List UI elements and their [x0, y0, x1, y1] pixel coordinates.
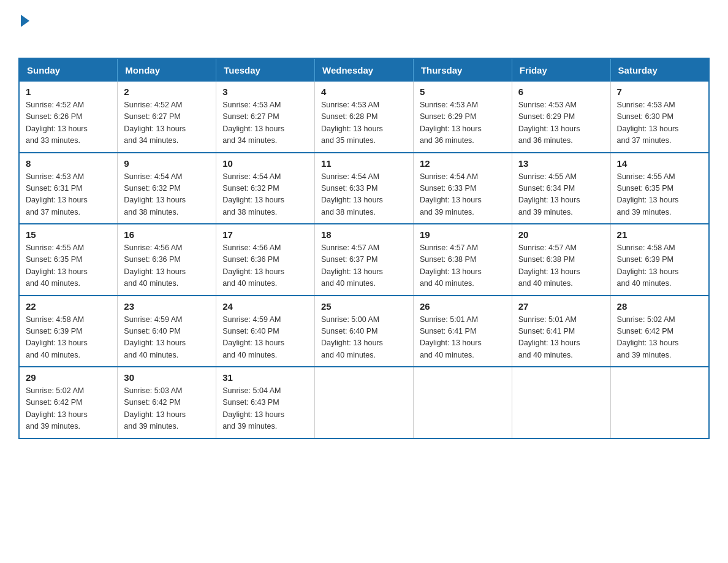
- header-thursday: Thursday: [413, 58, 512, 82]
- day-number: 25: [321, 301, 407, 312]
- day-info: Sunrise: 4:56 AM Sunset: 6:36 PM Dayligh…: [222, 242, 308, 290]
- day-number: 23: [124, 301, 210, 312]
- calendar-cell: 21 Sunrise: 4:58 AM Sunset: 6:39 PM Dayl…: [610, 224, 709, 296]
- calendar-week-row: 15 Sunrise: 4:55 AM Sunset: 6:35 PM Dayl…: [19, 224, 709, 296]
- calendar-cell: [512, 367, 610, 439]
- calendar-week-row: 29 Sunrise: 5:02 AM Sunset: 6:42 PM Dayl…: [19, 367, 709, 439]
- day-info: Sunrise: 4:58 AM Sunset: 6:39 PM Dayligh…: [617, 242, 702, 290]
- day-number: 5: [420, 86, 506, 97]
- day-number: 26: [420, 301, 506, 312]
- day-number: 27: [518, 301, 604, 312]
- day-number: 10: [222, 158, 308, 169]
- day-info: Sunrise: 4:54 AM Sunset: 6:33 PM Dayligh…: [420, 171, 506, 219]
- day-info: Sunrise: 4:53 AM Sunset: 6:29 PM Dayligh…: [518, 99, 604, 147]
- day-number: 22: [26, 301, 111, 312]
- day-info: Sunrise: 5:02 AM Sunset: 6:42 PM Dayligh…: [26, 385, 111, 433]
- calendar-cell: 14 Sunrise: 4:55 AM Sunset: 6:35 PM Dayl…: [610, 153, 709, 224]
- day-info: Sunrise: 4:59 AM Sunset: 6:40 PM Dayligh…: [124, 314, 210, 362]
- calendar-cell: 11 Sunrise: 4:54 AM Sunset: 6:33 PM Dayl…: [315, 153, 414, 224]
- day-info: Sunrise: 4:53 AM Sunset: 6:27 PM Dayligh…: [222, 99, 308, 147]
- day-number: 19: [420, 229, 506, 240]
- day-info: Sunrise: 4:55 AM Sunset: 6:35 PM Dayligh…: [26, 242, 111, 290]
- day-number: 13: [518, 158, 604, 169]
- day-number: 3: [222, 86, 308, 97]
- day-number: 11: [321, 158, 407, 169]
- day-info: Sunrise: 4:58 AM Sunset: 6:39 PM Dayligh…: [26, 314, 111, 362]
- calendar-cell: 23 Sunrise: 4:59 AM Sunset: 6:40 PM Dayl…: [118, 296, 216, 367]
- day-info: Sunrise: 4:52 AM Sunset: 6:27 PM Dayligh…: [124, 99, 210, 147]
- day-info: Sunrise: 5:01 AM Sunset: 6:41 PM Dayligh…: [420, 314, 506, 362]
- day-info: Sunrise: 4:59 AM Sunset: 6:40 PM Dayligh…: [222, 314, 308, 362]
- day-info: Sunrise: 4:54 AM Sunset: 6:33 PM Dayligh…: [321, 171, 407, 219]
- day-number: 12: [420, 158, 506, 169]
- calendar-cell: 19 Sunrise: 4:57 AM Sunset: 6:38 PM Dayl…: [413, 224, 512, 296]
- calendar-cell: 26 Sunrise: 5:01 AM Sunset: 6:41 PM Dayl…: [413, 296, 512, 367]
- calendar-cell: 27 Sunrise: 5:01 AM Sunset: 6:41 PM Dayl…: [512, 296, 610, 367]
- day-number: 31: [222, 372, 308, 383]
- day-info: Sunrise: 4:54 AM Sunset: 6:32 PM Dayligh…: [222, 171, 308, 219]
- day-info: Sunrise: 4:56 AM Sunset: 6:36 PM Dayligh…: [124, 242, 210, 290]
- day-number: 29: [26, 372, 111, 383]
- calendar-cell: 12 Sunrise: 4:54 AM Sunset: 6:33 PM Dayl…: [413, 153, 512, 224]
- calendar-cell: 18 Sunrise: 4:57 AM Sunset: 6:37 PM Dayl…: [315, 224, 414, 296]
- day-number: 21: [617, 229, 702, 240]
- calendar-header-row: SundayMondayTuesdayWednesdayThursdayFrid…: [19, 58, 709, 82]
- calendar-cell: [315, 367, 414, 439]
- day-info: Sunrise: 5:01 AM Sunset: 6:41 PM Dayligh…: [518, 314, 604, 362]
- calendar-cell: 3 Sunrise: 4:53 AM Sunset: 6:27 PM Dayli…: [216, 82, 315, 153]
- logo-arrow-icon: [21, 15, 29, 27]
- calendar-cell: 15 Sunrise: 4:55 AM Sunset: 6:35 PM Dayl…: [19, 224, 118, 296]
- calendar-cell: 10 Sunrise: 4:54 AM Sunset: 6:32 PM Dayl…: [216, 153, 315, 224]
- header-wednesday: Wednesday: [315, 58, 414, 82]
- calendar-cell: 2 Sunrise: 4:52 AM Sunset: 6:27 PM Dayli…: [118, 82, 216, 153]
- day-info: Sunrise: 4:55 AM Sunset: 6:34 PM Dayligh…: [518, 171, 604, 219]
- day-info: Sunrise: 4:53 AM Sunset: 6:31 PM Dayligh…: [26, 171, 111, 219]
- day-number: 9: [124, 158, 210, 169]
- header-saturday: Saturday: [610, 58, 709, 82]
- day-number: 7: [617, 86, 702, 97]
- calendar-cell: 20 Sunrise: 4:57 AM Sunset: 6:38 PM Dayl…: [512, 224, 610, 296]
- day-info: Sunrise: 5:00 AM Sunset: 6:40 PM Dayligh…: [321, 314, 407, 362]
- day-info: Sunrise: 5:02 AM Sunset: 6:42 PM Dayligh…: [617, 314, 702, 362]
- day-number: 24: [222, 301, 308, 312]
- calendar-cell: 13 Sunrise: 4:55 AM Sunset: 6:34 PM Dayl…: [512, 153, 610, 224]
- header-sunday: Sunday: [19, 58, 118, 82]
- calendar-cell: 17 Sunrise: 4:56 AM Sunset: 6:36 PM Dayl…: [216, 224, 315, 296]
- day-info: Sunrise: 4:53 AM Sunset: 6:29 PM Dayligh…: [420, 99, 506, 147]
- header-monday: Monday: [118, 58, 216, 82]
- day-number: 4: [321, 86, 407, 97]
- day-number: 14: [617, 158, 702, 169]
- calendar-week-row: 22 Sunrise: 4:58 AM Sunset: 6:39 PM Dayl…: [19, 296, 709, 367]
- day-info: Sunrise: 4:52 AM Sunset: 6:26 PM Dayligh…: [26, 99, 111, 147]
- calendar-cell: 5 Sunrise: 4:53 AM Sunset: 6:29 PM Dayli…: [413, 82, 512, 153]
- calendar-cell: 6 Sunrise: 4:53 AM Sunset: 6:29 PM Dayli…: [512, 82, 610, 153]
- calendar-cell: 30 Sunrise: 5:03 AM Sunset: 6:42 PM Dayl…: [118, 367, 216, 439]
- day-number: 20: [518, 229, 604, 240]
- day-number: 16: [124, 229, 210, 240]
- day-number: 15: [26, 229, 111, 240]
- calendar-cell: 16 Sunrise: 4:56 AM Sunset: 6:36 PM Dayl…: [118, 224, 216, 296]
- day-info: Sunrise: 4:55 AM Sunset: 6:35 PM Dayligh…: [617, 171, 702, 219]
- day-info: Sunrise: 4:54 AM Sunset: 6:32 PM Dayligh…: [124, 171, 210, 219]
- header-friday: Friday: [512, 58, 610, 82]
- day-number: 28: [617, 301, 702, 312]
- day-info: Sunrise: 4:57 AM Sunset: 6:38 PM Dayligh…: [420, 242, 506, 290]
- calendar-cell: 4 Sunrise: 4:53 AM Sunset: 6:28 PM Dayli…: [315, 82, 414, 153]
- day-number: 2: [124, 86, 210, 97]
- day-info: Sunrise: 5:04 AM Sunset: 6:43 PM Dayligh…: [222, 385, 308, 433]
- logo: General: [18, 12, 83, 47]
- calendar-cell: 29 Sunrise: 5:02 AM Sunset: 6:42 PM Dayl…: [19, 367, 118, 439]
- calendar-cell: 1 Sunrise: 4:52 AM Sunset: 6:26 PM Dayli…: [19, 82, 118, 153]
- calendar-cell: 28 Sunrise: 5:02 AM Sunset: 6:42 PM Dayl…: [610, 296, 709, 367]
- day-number: 8: [26, 158, 111, 169]
- calendar-cell: [610, 367, 709, 439]
- page-header: General: [18, 12, 710, 47]
- day-info: Sunrise: 4:53 AM Sunset: 6:28 PM Dayligh…: [321, 99, 407, 147]
- calendar-week-row: 8 Sunrise: 4:53 AM Sunset: 6:31 PM Dayli…: [19, 153, 709, 224]
- day-number: 18: [321, 229, 407, 240]
- calendar-cell: 22 Sunrise: 4:58 AM Sunset: 6:39 PM Dayl…: [19, 296, 118, 367]
- calendar-table: SundayMondayTuesdayWednesdayThursdayFrid…: [18, 58, 710, 439]
- calendar-cell: [413, 367, 512, 439]
- calendar-cell: 31 Sunrise: 5:04 AM Sunset: 6:43 PM Dayl…: [216, 367, 315, 439]
- calendar-week-row: 1 Sunrise: 4:52 AM Sunset: 6:26 PM Dayli…: [19, 82, 709, 153]
